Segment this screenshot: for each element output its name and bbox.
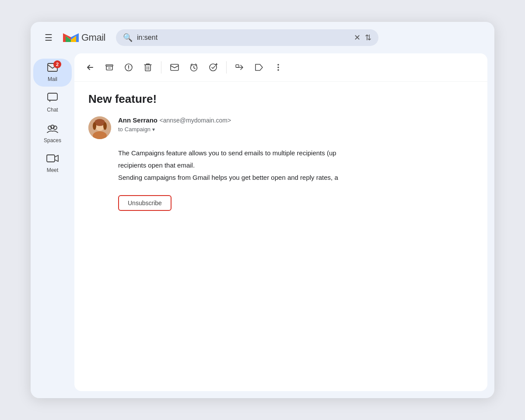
- main-layout: 2 Mail Chat: [31, 53, 494, 398]
- unsubscribe-button[interactable]: Unsubscribe: [118, 195, 172, 211]
- sidebar-item-spaces[interactable]: Spaces: [33, 119, 72, 148]
- gmail-title: Gmail: [81, 32, 105, 43]
- svg-point-30: [95, 119, 105, 125]
- spaces-label: Spaces: [44, 137, 61, 144]
- svg-rect-11: [47, 155, 55, 162]
- task-icon: [209, 63, 217, 72]
- logo-area: Gmail: [63, 32, 105, 44]
- header: ☰ Gmail 🔍 ✕ ⇅: [31, 22, 494, 53]
- trash-icon: [144, 63, 152, 72]
- chat-icon: [47, 93, 58, 105]
- gmail-m-icon: [63, 32, 79, 44]
- avatar: [88, 116, 111, 139]
- svg-rect-16: [145, 65, 150, 71]
- sidebar-item-chat[interactable]: Chat: [33, 88, 72, 117]
- email-header: Ann Serrano <annse@mydomain.com> to Camp…: [88, 116, 473, 139]
- email-body: The Campaigns feature allows you to send…: [118, 148, 473, 183]
- mail-icon: 2: [47, 63, 58, 74]
- svg-point-22: [277, 66, 279, 68]
- svg-rect-20: [236, 65, 239, 67]
- mail-label: Mail: [48, 76, 57, 82]
- toolbar-divider-1: [161, 61, 161, 74]
- email-toolbar: [74, 53, 487, 82]
- email-body-line-1: The Campaigns feature allows you to send…: [118, 148, 473, 158]
- svg-point-15: [128, 69, 129, 70]
- email-content-panel: New feature!: [74, 53, 487, 391]
- back-icon: [86, 63, 94, 71]
- svg-point-23: [277, 69, 279, 71]
- to-line: to Campaign ▾: [118, 126, 231, 133]
- search-bar[interactable]: 🔍 ✕ ⇅: [116, 29, 378, 46]
- unread-icon: [170, 64, 179, 71]
- email-view: New feature!: [74, 82, 487, 391]
- spaces-icon: [46, 123, 59, 136]
- svg-point-21: [277, 64, 279, 66]
- email-body-line-3: Sending campaigns from Gmail helps you g…: [118, 172, 473, 183]
- label-button[interactable]: [250, 59, 268, 76]
- svg-rect-17: [171, 64, 178, 70]
- sidebar: 2 Mail Chat: [31, 53, 74, 398]
- clear-search-icon[interactable]: ✕: [354, 33, 360, 42]
- delete-button[interactable]: [139, 59, 157, 76]
- search-input[interactable]: [137, 34, 350, 42]
- chat-label: Chat: [47, 107, 58, 113]
- svg-point-19: [210, 64, 217, 71]
- snooze-button[interactable]: [185, 59, 203, 76]
- to-campaign: Campaign: [125, 126, 150, 133]
- hamburger-icon: ☰: [45, 32, 52, 43]
- archive-icon: [105, 63, 114, 72]
- more-options-button[interactable]: [270, 59, 287, 76]
- email-body-line-2: recipients open that email.: [118, 160, 473, 171]
- sender-name-line: Ann Serrano <annse@mydomain.com>: [118, 116, 231, 124]
- to-label: to: [118, 126, 123, 133]
- email-subject: New feature!: [88, 92, 473, 106]
- meet-label: Meet: [47, 167, 59, 173]
- label-icon: [255, 63, 263, 71]
- move-icon: [235, 63, 244, 72]
- chevron-down-icon[interactable]: ▾: [152, 126, 155, 133]
- toolbar-divider-2: [226, 61, 227, 74]
- more-icon: [277, 63, 279, 71]
- sidebar-item-mail[interactable]: 2 Mail: [33, 59, 72, 87]
- snooze-icon: [189, 63, 198, 72]
- search-icon: 🔍: [123, 33, 133, 42]
- search-filter-icon[interactable]: ⇅: [365, 33, 371, 42]
- add-task-button[interactable]: [204, 59, 222, 76]
- sender-email-address: <annse@mydomain.com>: [159, 117, 231, 124]
- mark-unread-button[interactable]: [166, 59, 183, 76]
- archive-button[interactable]: [101, 59, 118, 76]
- menu-button[interactable]: ☰: [41, 29, 56, 46]
- sidebar-item-meet[interactable]: Meet: [33, 150, 72, 178]
- report-button[interactable]: [120, 59, 137, 76]
- mail-badge: 2: [53, 60, 61, 68]
- svg-rect-7: [48, 93, 57, 100]
- sender-info: Ann Serrano <annse@mydomain.com> to Camp…: [118, 116, 231, 133]
- report-icon: [124, 63, 133, 72]
- back-button[interactable]: [81, 59, 99, 76]
- sender-name: Ann Serrano: [118, 116, 158, 124]
- meet-icon: [46, 154, 59, 165]
- move-to-button[interactable]: [231, 59, 248, 76]
- gmail-window: ☰ Gmail 🔍 ✕ ⇅: [31, 22, 494, 398]
